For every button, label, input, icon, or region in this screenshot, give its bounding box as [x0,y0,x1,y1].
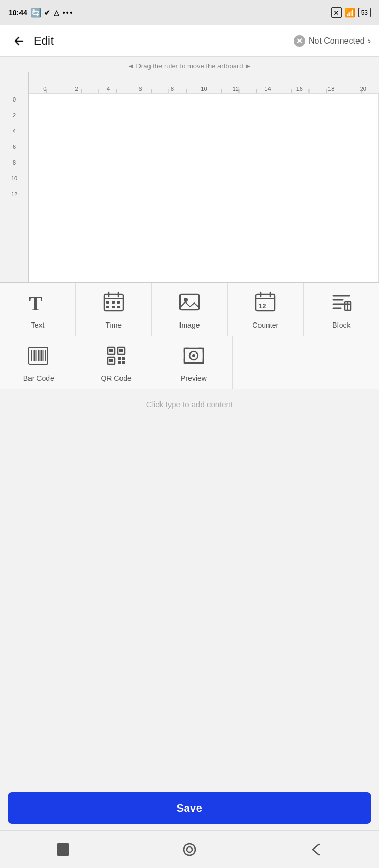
image-icon [178,291,201,317]
svg-rect-28 [106,306,109,308]
preview-label: Preview [181,374,207,382]
canvas-area[interactable] [29,93,379,282]
qrcode-icon [105,345,127,370]
save-button-wrapper: Save [0,784,379,830]
svg-rect-63 [122,361,125,364]
tool-preview[interactable]: Preview [155,336,233,389]
tool-block[interactable]: Block [304,283,379,336]
svg-rect-31 [180,294,199,310]
svg-point-66 [192,354,195,357]
v-label-8: 8 [0,158,28,174]
connection-status[interactable]: ✕ Not Connected › [294,35,371,47]
cloud-icon: △ [54,8,59,17]
preview-icon [183,345,205,370]
wifi-icon: 📶 [345,8,355,18]
v-label-4: 4 [0,127,28,143]
ruler-corner [0,72,29,93]
ruler-hint-text: ◄ Drag the ruler to move the artboard ► [127,62,252,70]
status-time: 10:44 🔄 ✔ △ ••• [8,8,74,18]
tool-row-1: T Text Time [0,283,379,336]
svg-text:T: T [29,292,42,314]
svg-rect-25 [106,301,109,304]
header: Edit ✕ Not Connected › [0,25,379,57]
sync-icon: 🔄 [31,8,41,18]
content-hint: Click type to add content [0,389,379,419]
tool-row-2: Bar Code QR Code [0,336,379,389]
v-ruler-ticks-svg [368,0,379,868]
nav-square-button[interactable] [54,840,73,859]
svg-rect-59 [109,359,113,362]
svg-rect-62 [118,361,121,364]
horizontal-ruler: 0 2 4 6 8 10 12 14 16 18 20 [29,72,379,93]
nav-circle-button[interactable] [180,840,199,859]
save-button[interactable]: Save [8,792,371,824]
more-icon: ••• [63,8,74,17]
block-label: Block [332,321,350,329]
nav-back-button[interactable] [306,840,325,859]
tool-time[interactable]: Time [76,283,152,336]
v-label-2: 2 [0,111,28,127]
qrcode-label: QR Code [101,374,131,382]
check-icon: ✔ [44,8,51,17]
tool-image[interactable]: Image [152,283,227,336]
time-display: 10:44 [8,8,27,17]
tool-grid: T Text Time [0,282,379,389]
vertical-ruler: 0 2 4 6 8 10 12 [0,93,29,282]
status-bar: 10:44 🔄 ✔ △ ••• ✕ 📶 53 [0,0,379,25]
counter-label: Counter [252,321,278,329]
svg-rect-27 [117,301,120,304]
tool-counter[interactable]: 12 Counter [228,283,304,336]
svg-text:12: 12 [258,302,266,310]
v-label-12: 12 [0,190,28,206]
svg-point-70 [187,847,192,852]
connection-text: Not Connected [308,36,365,46]
image-label: Image [179,321,200,329]
v-label-6: 6 [0,143,28,158]
tool-qrcode[interactable]: QR Code [77,336,155,389]
battery-x-icon: ✕ [331,7,342,18]
time-icon [103,291,125,317]
barcode-icon [27,345,49,370]
nav-bar [0,830,379,868]
svg-rect-68 [57,843,69,856]
svg-rect-30 [117,306,120,308]
ruler-hint: ◄ Drag the ruler to move the artboard ► [0,57,379,72]
text-label: Text [31,321,45,329]
barcode-label: Bar Code [23,374,54,382]
spacer [0,419,379,784]
tool-empty-1 [233,336,306,389]
svg-rect-26 [112,301,115,304]
status-icons: ✕ 📶 53 [331,7,371,18]
svg-rect-61 [122,357,125,360]
page-title: Edit [34,34,54,48]
v-label-10: 10 [0,174,28,190]
tool-barcode[interactable]: Bar Code [0,336,77,389]
h-ruler-ticks-svg [29,85,379,93]
svg-rect-29 [112,306,115,308]
time-label: Time [106,321,122,329]
horizontal-ruler-row: 0 2 4 6 8 10 12 14 16 18 20 [0,72,379,93]
v-label-0: 0 [0,95,28,111]
svg-rect-55 [109,349,113,352]
content-hint-text: Click type to add content [146,400,233,409]
svg-rect-60 [118,357,121,360]
artboard-main: 0 2 4 6 8 10 12 [0,93,379,282]
connection-error-icon: ✕ [294,35,305,47]
counter-icon: 12 [254,291,276,317]
svg-point-69 [184,844,195,855]
svg-rect-57 [119,349,123,352]
text-icon: T [27,291,49,317]
back-button[interactable] [8,31,29,52]
block-icon [330,291,352,317]
tool-text[interactable]: T Text [0,283,76,336]
svg-point-32 [184,298,188,302]
